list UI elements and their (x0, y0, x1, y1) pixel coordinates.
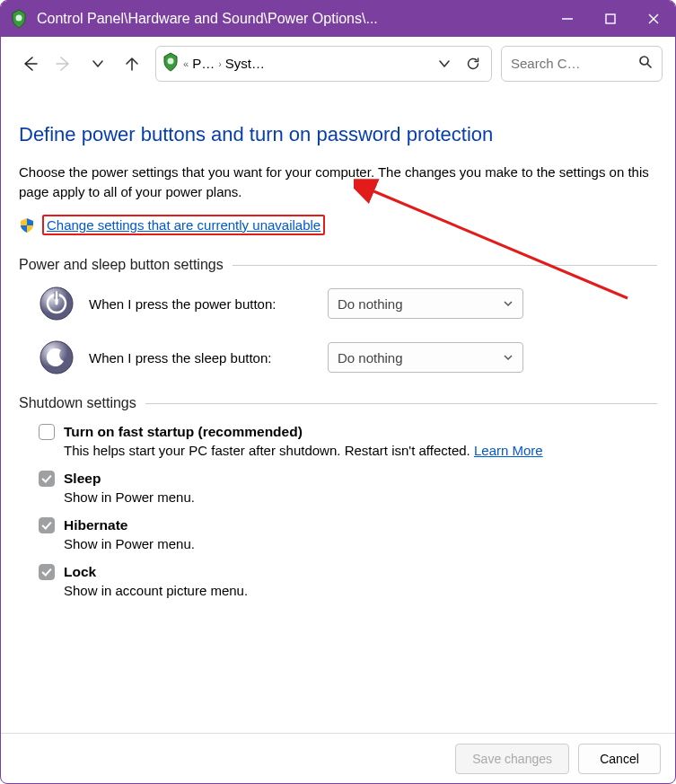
divider (233, 265, 657, 266)
svg-point-0 (16, 15, 22, 22)
admin-link-row: Change settings that are currently unava… (19, 215, 657, 235)
search-input[interactable] (511, 56, 638, 71)
recent-dropdown-button[interactable] (82, 48, 114, 80)
breadcrumb-overflow[interactable]: « (183, 58, 189, 69)
location-icon (162, 52, 180, 75)
titlebar: Control Panel\Hardware and Sound\Power O… (1, 1, 675, 37)
sleep-checkbox[interactable] (39, 471, 55, 487)
up-button[interactable] (116, 48, 148, 80)
power-sleep-section: Power and sleep button settings (19, 257, 657, 375)
refresh-button[interactable] (461, 48, 486, 80)
sleep-button-label: When I press the sleep button: (89, 350, 313, 366)
sleep-icon (39, 339, 75, 375)
back-button[interactable] (13, 48, 46, 80)
app-icon (10, 9, 28, 29)
cancel-button[interactable]: Cancel (578, 744, 661, 774)
minimize-button[interactable] (546, 1, 589, 37)
section-title: Power and sleep button settings (19, 257, 224, 273)
chevron-down-icon (503, 350, 514, 366)
page-description: Choose the power settings that you want … (19, 163, 657, 202)
sleep-button-dropdown[interactable]: Do nothing (328, 342, 523, 373)
window-title: Control Panel\Hardware and Sound\Power O… (37, 11, 546, 27)
fast-startup-label: Turn on fast startup (recommended) (64, 424, 303, 440)
section-title: Shutdown settings (19, 395, 136, 411)
page-title: Define power buttons and turn on passwor… (19, 123, 657, 146)
footer: Save changes Cancel (1, 733, 675, 783)
power-button-dropdown[interactable]: Do nothing (328, 288, 523, 319)
desc-text: This helps start your PC faster after sh… (64, 443, 474, 458)
learn-more-link[interactable]: Learn More (474, 443, 543, 458)
section-header-power-sleep: Power and sleep button settings (19, 257, 657, 273)
close-button[interactable] (632, 1, 675, 37)
lock-desc: Show in account picture menu. (64, 583, 657, 598)
lock-item: Lock Show in account picture menu. (19, 564, 657, 598)
breadcrumb-label: P… (192, 56, 215, 71)
breadcrumb-label: Syst… (225, 56, 265, 71)
fast-startup-item: Turn on fast startup (recommended) This … (19, 424, 657, 458)
hibernate-checkbox[interactable] (39, 517, 55, 533)
svg-rect-2 (606, 14, 615, 23)
dropdown-value: Do nothing (338, 350, 403, 366)
chevron-right-icon: › (218, 58, 222, 69)
power-button-label: When I press the power button: (89, 296, 313, 312)
sleep-label: Sleep (64, 471, 101, 487)
address-dropdown-button[interactable] (432, 48, 457, 80)
svg-line-7 (647, 64, 651, 67)
section-header-shutdown: Shutdown settings (19, 395, 657, 411)
chevron-down-icon (503, 296, 514, 312)
sleep-item: Sleep Show in Power menu. (19, 471, 657, 505)
svg-point-5 (168, 58, 174, 65)
hibernate-label: Hibernate (64, 517, 128, 533)
shutdown-section: Shutdown settings Turn on fast startup (… (19, 395, 657, 598)
hibernate-item: Hibernate Show in Power menu. (19, 517, 657, 551)
address-bar[interactable]: « P… › Syst… (155, 46, 492, 82)
breadcrumb-item-1[interactable]: P… › (192, 56, 222, 71)
search-box[interactable] (501, 46, 663, 82)
save-button[interactable]: Save changes (455, 744, 569, 774)
content: Define power buttons and turn on passwor… (1, 91, 675, 733)
dropdown-value: Do nothing (338, 296, 403, 312)
maximize-button[interactable] (589, 1, 632, 37)
window: Control Panel\Hardware and Sound\Power O… (0, 0, 676, 784)
divider (145, 403, 657, 404)
sleep-desc: Show in Power menu. (64, 489, 657, 505)
power-button-row: When I press the power button: Do nothin… (19, 286, 657, 322)
breadcrumb-item-2[interactable]: Syst… (225, 56, 265, 71)
uac-shield-icon (19, 217, 35, 233)
lock-label: Lock (64, 564, 96, 580)
lock-checkbox[interactable] (39, 564, 55, 580)
sleep-button-row: When I press the sleep button: Do nothin… (19, 339, 657, 375)
power-icon (39, 286, 75, 322)
fast-startup-desc: This helps start your PC faster after sh… (64, 443, 657, 458)
navbar: « P… › Syst… (1, 37, 675, 91)
change-unavailable-settings-link[interactable]: Change settings that are currently unava… (42, 215, 325, 235)
forward-button[interactable] (48, 48, 80, 80)
fast-startup-checkbox[interactable] (39, 424, 55, 440)
search-icon (638, 55, 653, 72)
hibernate-desc: Show in Power menu. (64, 536, 657, 551)
